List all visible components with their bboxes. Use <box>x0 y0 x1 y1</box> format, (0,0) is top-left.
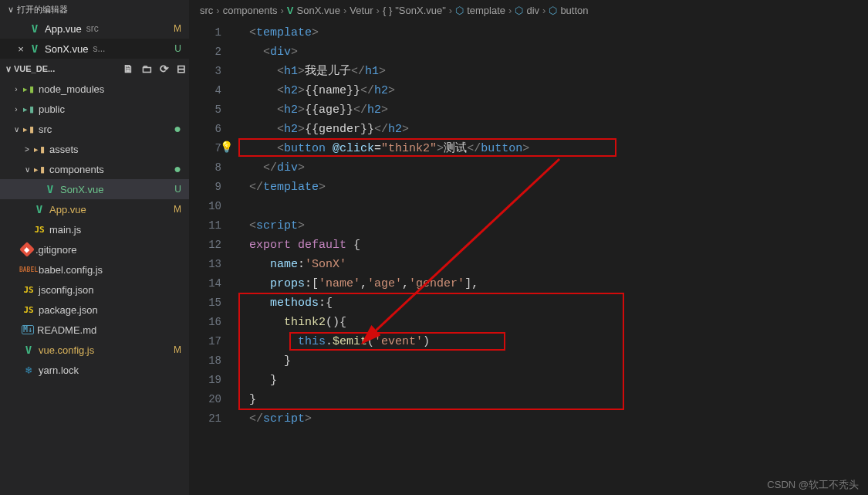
cube-icon: ⬡ <box>515 5 523 16</box>
chevron-right-icon: › <box>542 5 545 16</box>
tree-file[interactable]: Vvue.config.jsM <box>0 340 189 360</box>
o-icon: ▸▮ <box>22 122 35 136</box>
project-header[interactable]: ∨ VUE_DE... 🗎 🗀 ⟳ ⊟ <box>0 59 189 79</box>
breadcrumb-item[interactable]: "SonX.vue" <box>395 5 446 16</box>
chevron-down-icon: ∨ <box>3 64 14 74</box>
new-folder-icon[interactable]: 🗀 <box>141 63 152 75</box>
brace-icon: { } <box>383 5 392 16</box>
tree-item-label: App.vue <box>49 204 86 215</box>
open-editor-item[interactable]: × V SonX.vue s... U <box>0 39 189 59</box>
close-icon[interactable]: × <box>14 43 28 55</box>
chevron-right-icon: › <box>343 5 346 16</box>
breadcrumb-item[interactable]: Vetur <box>350 5 373 16</box>
open-editors-title: 打开的编辑器 <box>17 4 68 15</box>
babel-icon: BABEL <box>22 263 35 276</box>
git-icon: ◆ <box>19 242 35 257</box>
tree-file[interactable]: VApp.vueM <box>0 199 189 219</box>
tree-item-label: components <box>49 164 104 175</box>
watermark: CSDN @软工不秃头 <box>767 478 859 492</box>
nm-icon: ▸▮ <box>22 82 35 96</box>
git-dirty-dot: ● <box>174 122 181 136</box>
tree-folder[interactable]: ›▸▮node_modules <box>0 79 189 99</box>
tree-item-label: vue.config.js <box>39 344 94 356</box>
breadcrumb-item[interactable]: template <box>467 5 505 16</box>
breadcrumb-item[interactable]: src <box>200 5 213 16</box>
refresh-icon[interactable]: ⟳ <box>160 63 169 75</box>
tree-item-label: package.json <box>39 304 98 316</box>
chevron-icon: ∨ <box>22 165 32 174</box>
new-file-icon[interactable]: 🗎 <box>123 63 133 75</box>
tree-folder[interactable]: ∨▸▮src● <box>0 119 189 139</box>
chevron-icon: ∨ <box>11 125 22 134</box>
chevron-icon: › <box>11 105 22 114</box>
breadcrumb-item[interactable]: button <box>560 5 588 16</box>
open-editors-header[interactable]: ∨ 打开的编辑器 <box>0 0 189 19</box>
vue-icon: V <box>28 22 42 36</box>
breadcrumb-item[interactable]: components <box>223 5 278 16</box>
tree-item-label: yarn.lock <box>39 364 79 376</box>
tab-filename: SonX.vue <box>45 43 88 55</box>
md-icon: M↓ <box>22 325 34 334</box>
code-content[interactable]: <template> <div> <h1>我是儿子</h1> <h2>{{nam… <box>235 20 868 495</box>
yarn-icon: ❄ <box>22 363 35 377</box>
sidebar: ∨ 打开的编辑器 V App.vue src M × V SonX.vue s.… <box>0 0 189 495</box>
cube-icon: ⬡ <box>549 5 557 16</box>
tree-file[interactable]: VSonX.vueU <box>0 179 189 199</box>
open-editors-list: V App.vue src M × V SonX.vue s... U <box>0 19 189 59</box>
tree-item-label: src <box>39 124 52 135</box>
vue-icon: V <box>22 343 35 357</box>
git-status-badge: M <box>174 204 181 215</box>
tree-item-label: main.js <box>49 224 81 236</box>
tree-file[interactable]: ❄yarn.lock <box>0 360 189 380</box>
tree-file[interactable]: JSmain.js <box>0 219 189 239</box>
tree-item-label: .gitignore <box>35 244 76 256</box>
tab-filename: App.vue <box>45 23 82 35</box>
line-gutter: 123456789101112131415161718192021 <box>189 20 235 495</box>
chevron-right-icon: › <box>281 5 284 16</box>
tree-item-label: babel.config.js <box>39 264 103 276</box>
tree-item-label: public <box>39 103 65 115</box>
vue-icon: V <box>32 202 46 216</box>
chevron-right-icon: › <box>449 5 452 16</box>
tab-dir: src <box>86 23 99 34</box>
tree-folder[interactable]: ›▸▮public <box>0 99 189 119</box>
code-editor[interactable]: 123456789101112131415161718192021 <templ… <box>189 20 868 495</box>
git-dirty-dot: ● <box>174 162 181 176</box>
json-icon: JS <box>22 283 35 297</box>
chevron-right-icon: › <box>508 5 512 16</box>
tree-file[interactable]: BABELbabel.config.js <box>0 259 189 280</box>
tree-item-label: SonX.vue <box>60 184 103 195</box>
git-status-badge: U <box>174 43 181 54</box>
breadcrumb-item[interactable]: div <box>526 5 539 16</box>
tree-item-label: README.md <box>37 324 96 336</box>
git-status-badge: M <box>174 23 181 34</box>
vue-icon: V <box>28 42 42 56</box>
vue-icon: V <box>43 182 57 196</box>
js-icon: JS <box>32 222 46 236</box>
tab-dir: s... <box>93 43 105 54</box>
chevron-down-icon: ∨ <box>5 5 17 15</box>
tree-folder[interactable]: ∨▸▮components● <box>0 159 189 179</box>
chevron-icon: > <box>22 145 32 154</box>
json-icon: JS <box>22 303 35 317</box>
tree-folder[interactable]: >▸▮assets <box>0 139 189 159</box>
tree-file[interactable]: ◆.gitignore <box>0 239 189 259</box>
lightbulb-icon[interactable]: 💡 <box>220 141 233 154</box>
tree-file[interactable]: JSpackage.json <box>0 300 189 320</box>
comp-icon: ▸▮ <box>32 162 46 176</box>
breadcrumb[interactable]: src › components › V SonX.vue › Vetur › … <box>189 0 868 20</box>
tree-file[interactable]: M↓README.md <box>0 320 189 340</box>
cube-icon: ⬡ <box>455 5 464 16</box>
git-status-badge: M <box>174 344 181 355</box>
editor-area: src › components › V SonX.vue › Vetur › … <box>189 0 868 495</box>
vue-icon: V <box>287 5 294 16</box>
collapse-icon[interactable]: ⊟ <box>177 63 186 75</box>
chevron-right-icon: › <box>216 5 219 16</box>
file-tree: ›▸▮node_modules›▸▮public∨▸▮src●>▸▮assets… <box>0 79 189 380</box>
chevron-right-icon: › <box>377 5 380 16</box>
open-editor-item[interactable]: V App.vue src M <box>0 19 189 39</box>
tree-file[interactable]: JSjsconfig.json <box>0 280 189 300</box>
project-name: VUE_DE... <box>14 64 55 73</box>
chevron-icon: › <box>11 85 22 93</box>
breadcrumb-item[interactable]: SonX.vue <box>297 5 340 16</box>
